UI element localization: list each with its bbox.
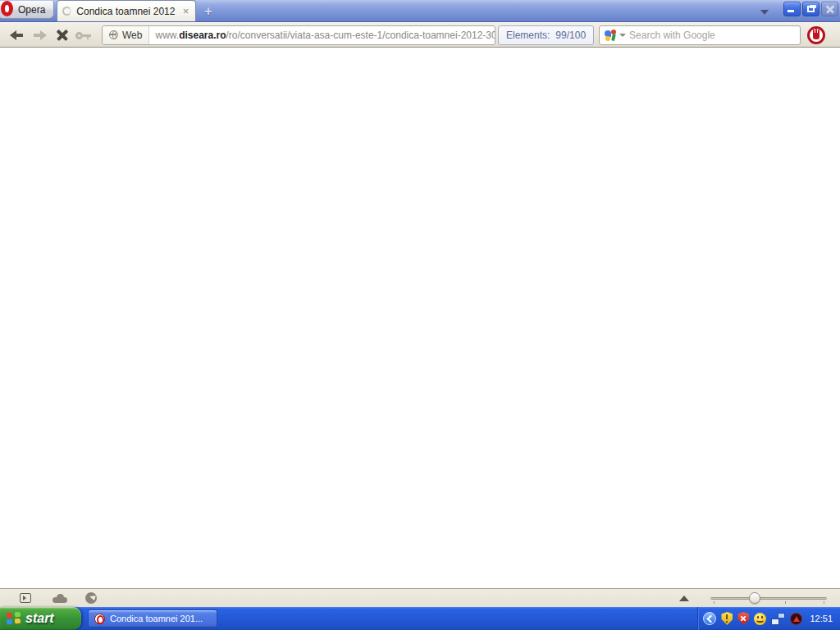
close-button[interactable] bbox=[821, 2, 838, 16]
network-connection-icon[interactable] bbox=[771, 613, 785, 625]
windows-taskbar: start Condica toamnei 201... 12:51 bbox=[0, 607, 840, 630]
elements-label: Elements: bbox=[506, 30, 550, 41]
back-button[interactable] bbox=[5, 25, 28, 45]
search-field[interactable] bbox=[599, 25, 801, 45]
tab-title: Condica toamnei 2012 bbox=[76, 6, 176, 17]
key-icon bbox=[75, 30, 92, 41]
forward-button[interactable] bbox=[28, 25, 51, 45]
protocol-badge-label: Web bbox=[122, 30, 142, 41]
url-text[interactable]: www.diseara.ro/ro/conversatii/viata-asa-… bbox=[149, 30, 495, 41]
search-engine-chevron-icon[interactable] bbox=[619, 34, 626, 37]
restore-button[interactable] bbox=[802, 2, 819, 16]
search-input[interactable] bbox=[629, 30, 795, 41]
new-tab-button[interactable]: + bbox=[204, 4, 212, 19]
url-prefix: www. bbox=[155, 30, 179, 41]
system-tray: 12:51 bbox=[697, 607, 840, 630]
start-button-label: start bbox=[25, 611, 54, 626]
forward-icon bbox=[33, 30, 47, 40]
tab-close-icon[interactable]: × bbox=[181, 5, 191, 17]
opera-browser-window: Opera Condica toamnei 2012 × + bbox=[0, 0, 840, 630]
status-bar bbox=[0, 588, 840, 607]
start-button[interactable]: start bbox=[0, 607, 81, 630]
tab-list-chevron-icon[interactable] bbox=[760, 10, 769, 15]
stop-hand-icon[interactable] bbox=[807, 26, 825, 44]
security-warning-shield-icon[interactable] bbox=[737, 612, 749, 625]
antivirus-alert-icon[interactable] bbox=[790, 613, 802, 625]
window-controls bbox=[783, 2, 838, 16]
taskbar-task-opera[interactable]: Condica toamnei 201... bbox=[88, 609, 217, 628]
zoom-slider-track[interactable] bbox=[710, 597, 827, 600]
windows-flag-icon bbox=[7, 612, 21, 625]
navigation-toolbar: Web www.diseara.ro/ro/conversatii/viata-… bbox=[0, 22, 840, 48]
tray-collapse-chevron-icon[interactable] bbox=[703, 612, 716, 625]
globe-icon bbox=[109, 30, 118, 39]
url-domain: diseara.ro bbox=[179, 30, 226, 41]
opera-turbo-icon[interactable] bbox=[85, 592, 97, 604]
url-path: /ro/conversatii/viata-asa-cum-este-1/con… bbox=[226, 30, 495, 41]
stop-button[interactable] bbox=[51, 25, 74, 45]
tray-clock: 12:51 bbox=[810, 614, 833, 623]
zoom-slider[interactable] bbox=[710, 592, 827, 605]
taskbar-spacer bbox=[217, 607, 697, 630]
elements-count: 99/100 bbox=[555, 30, 586, 41]
minimize-icon bbox=[788, 10, 794, 12]
panels-toggle-icon[interactable] bbox=[20, 593, 31, 603]
protocol-badge[interactable]: Web bbox=[103, 26, 149, 44]
page-content bbox=[0, 48, 840, 588]
opera-task-icon bbox=[94, 614, 105, 624]
zoom-popup-arrow-icon[interactable] bbox=[679, 596, 689, 601]
security-alert-shield-icon[interactable] bbox=[721, 612, 733, 625]
address-bar[interactable]: Web www.diseara.ro/ro/conversatii/viata-… bbox=[102, 25, 495, 45]
minimize-button[interactable] bbox=[783, 2, 801, 16]
google-icon bbox=[605, 30, 616, 41]
back-icon bbox=[10, 30, 24, 40]
opera-menu-button[interactable]: Opera bbox=[0, 1, 54, 19]
opera-link-cloud-icon[interactable] bbox=[52, 594, 67, 603]
page-favicon-icon bbox=[62, 7, 71, 16]
messenger-smiley-icon[interactable] bbox=[754, 613, 766, 625]
task-title: Condica toamnei 201... bbox=[110, 614, 203, 623]
tab-bar: Opera Condica toamnei 2012 × + bbox=[0, 0, 840, 22]
password-wand-button[interactable] bbox=[74, 25, 97, 45]
stop-icon bbox=[56, 29, 69, 42]
opera-logo-icon bbox=[1, 1, 13, 16]
zoom-slider-thumb[interactable] bbox=[749, 592, 760, 604]
tab-condica-toamnei[interactable]: Condica toamnei 2012 × bbox=[57, 0, 196, 21]
page-load-progress: Elements: 99/100 bbox=[498, 25, 594, 45]
opera-menu-label: Opera bbox=[18, 4, 45, 16]
